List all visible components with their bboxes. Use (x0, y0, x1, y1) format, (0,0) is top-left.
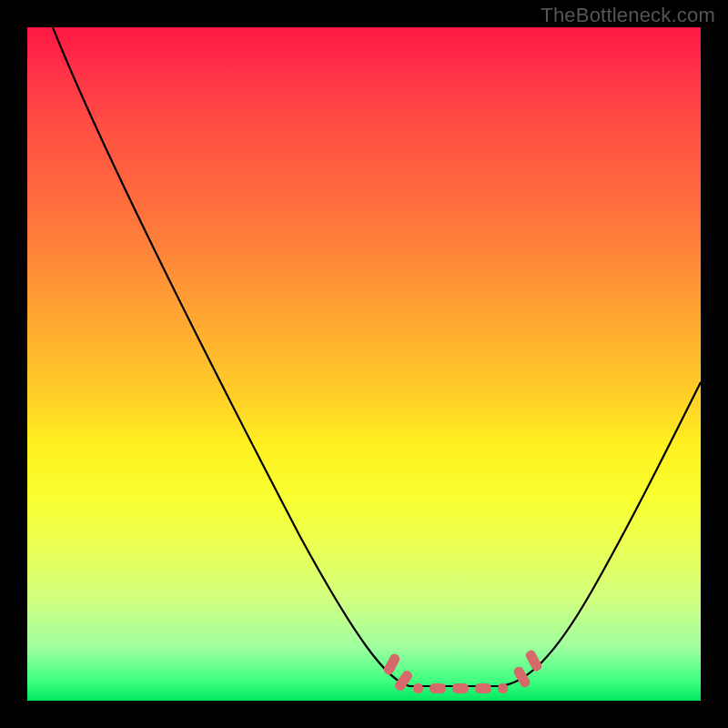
marker-dash-diag (512, 665, 532, 689)
watermark-label: TheBottleneck.com (541, 4, 715, 27)
marker-dash (430, 683, 446, 693)
marker-dash-diag (393, 669, 414, 693)
plot-area (27, 27, 701, 701)
marker-dash (452, 683, 469, 693)
marker-dash-diag (382, 652, 401, 676)
marker-dash-diag (524, 649, 543, 672)
marker-dash (498, 683, 508, 693)
marker-dash (413, 683, 423, 693)
trough-marker-band (27, 27, 701, 701)
marker-dash-row (413, 683, 508, 693)
marker-dash (475, 683, 491, 693)
